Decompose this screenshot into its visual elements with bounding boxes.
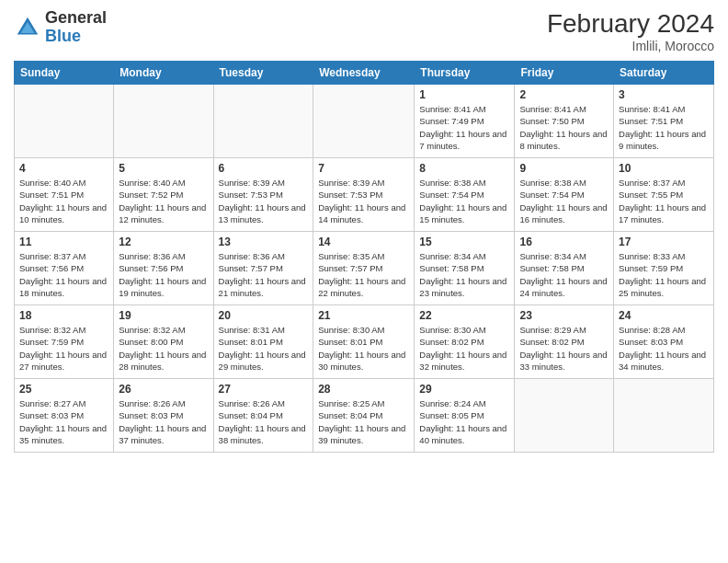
- col-header-thursday: Thursday: [415, 62, 515, 85]
- calendar-cell: [313, 85, 415, 158]
- day-info: Sunrise: 8:38 AM Sunset: 7:54 PM Dayligh…: [519, 177, 609, 225]
- calendar-cell: 2Sunrise: 8:41 AM Sunset: 7:50 PM Daylig…: [515, 85, 614, 158]
- day-info: Sunrise: 8:33 AM Sunset: 7:59 PM Dayligh…: [619, 250, 709, 299]
- calendar-cell: 18Sunrise: 8:32 AM Sunset: 7:59 PM Dayli…: [15, 305, 114, 379]
- day-info: Sunrise: 8:31 AM Sunset: 8:01 PM Dayligh…: [219, 324, 309, 373]
- calendar-cell: 1Sunrise: 8:41 AM Sunset: 7:49 PM Daylig…: [415, 85, 515, 158]
- calendar-cell: [213, 85, 313, 158]
- calendar-cell: 25Sunrise: 8:27 AM Sunset: 8:03 PM Dayli…: [15, 379, 114, 453]
- calendar-cell: 8Sunrise: 8:38 AM Sunset: 7:54 PM Daylig…: [415, 158, 515, 232]
- day-number: 28: [318, 383, 409, 396]
- day-number: 10: [619, 162, 709, 175]
- day-info: Sunrise: 8:36 AM Sunset: 7:56 PM Dayligh…: [119, 250, 208, 299]
- calendar-cell: 26Sunrise: 8:26 AM Sunset: 8:03 PM Dayli…: [114, 379, 213, 453]
- day-info: Sunrise: 8:41 AM Sunset: 7:50 PM Dayligh…: [519, 103, 609, 152]
- day-number: 29: [419, 383, 509, 396]
- logo-icon: [14, 14, 41, 41]
- page: General Blue February 2024 Imlili, Moroc…: [0, 0, 728, 563]
- col-header-friday: Friday: [515, 62, 614, 85]
- calendar-cell: 11Sunrise: 8:37 AM Sunset: 7:56 PM Dayli…: [15, 232, 114, 305]
- day-number: 7: [318, 162, 409, 175]
- day-number: 8: [419, 162, 509, 175]
- calendar-cell: [515, 379, 614, 453]
- calendar-cell: 12Sunrise: 8:36 AM Sunset: 7:56 PM Dayli…: [114, 232, 213, 305]
- calendar-cell: 14Sunrise: 8:35 AM Sunset: 7:57 PM Dayli…: [313, 232, 415, 305]
- calendar-header-row: SundayMondayTuesdayWednesdayThursdayFrid…: [15, 62, 714, 85]
- calendar-cell: 3Sunrise: 8:41 AM Sunset: 7:51 PM Daylig…: [614, 85, 714, 158]
- day-number: 9: [519, 162, 609, 175]
- calendar-cell: 19Sunrise: 8:32 AM Sunset: 8:00 PM Dayli…: [114, 305, 213, 379]
- week-row-3: 18Sunrise: 8:32 AM Sunset: 7:59 PM Dayli…: [15, 305, 714, 379]
- day-info: Sunrise: 8:27 AM Sunset: 8:03 PM Dayligh…: [19, 397, 108, 446]
- day-info: Sunrise: 8:37 AM Sunset: 7:55 PM Dayligh…: [619, 177, 709, 225]
- day-number: 19: [119, 309, 208, 322]
- calendar: SundayMondayTuesdayWednesdayThursdayFrid…: [14, 61, 714, 453]
- day-number: 15: [419, 236, 509, 248]
- day-info: Sunrise: 8:35 AM Sunset: 7:57 PM Dayligh…: [318, 250, 409, 299]
- calendar-cell: 5Sunrise: 8:40 AM Sunset: 7:52 PM Daylig…: [114, 158, 213, 232]
- day-number: 3: [619, 88, 709, 101]
- day-info: Sunrise: 8:36 AM Sunset: 7:57 PM Dayligh…: [219, 250, 309, 299]
- calendar-cell: [15, 85, 114, 158]
- calendar-cell: 7Sunrise: 8:39 AM Sunset: 7:53 PM Daylig…: [313, 158, 415, 232]
- calendar-cell: 21Sunrise: 8:30 AM Sunset: 8:01 PM Dayli…: [313, 305, 415, 379]
- day-info: Sunrise: 8:38 AM Sunset: 7:54 PM Dayligh…: [419, 177, 509, 225]
- day-info: Sunrise: 8:32 AM Sunset: 8:00 PM Dayligh…: [119, 324, 208, 373]
- day-number: 14: [318, 236, 409, 248]
- header: General Blue February 2024 Imlili, Moroc…: [14, 9, 714, 53]
- col-header-wednesday: Wednesday: [313, 62, 415, 85]
- col-header-saturday: Saturday: [614, 62, 714, 85]
- calendar-cell: 23Sunrise: 8:29 AM Sunset: 8:02 PM Dayli…: [515, 305, 614, 379]
- day-number: 11: [19, 236, 108, 248]
- week-row-2: 11Sunrise: 8:37 AM Sunset: 7:56 PM Dayli…: [15, 232, 714, 305]
- day-info: Sunrise: 8:40 AM Sunset: 7:52 PM Dayligh…: [119, 177, 208, 225]
- day-info: Sunrise: 8:24 AM Sunset: 8:05 PM Dayligh…: [419, 397, 509, 446]
- day-number: 4: [19, 162, 108, 175]
- day-info: Sunrise: 8:37 AM Sunset: 7:56 PM Dayligh…: [19, 250, 108, 299]
- day-number: 27: [219, 383, 309, 396]
- calendar-cell: [114, 85, 213, 158]
- day-number: 13: [219, 236, 309, 248]
- calendar-cell: 9Sunrise: 8:38 AM Sunset: 7:54 PM Daylig…: [515, 158, 614, 232]
- day-number: 21: [318, 309, 409, 322]
- logo-general: General: [45, 8, 107, 27]
- day-info: Sunrise: 8:25 AM Sunset: 8:04 PM Dayligh…: [318, 397, 409, 446]
- week-row-0: 1Sunrise: 8:41 AM Sunset: 7:49 PM Daylig…: [15, 85, 714, 158]
- location: Imlili, Morocco: [547, 39, 714, 53]
- title-block: February 2024 Imlili, Morocco: [547, 9, 714, 53]
- calendar-cell: 27Sunrise: 8:26 AM Sunset: 8:04 PM Dayli…: [213, 379, 313, 453]
- day-number: 20: [219, 309, 309, 322]
- day-number: 6: [219, 162, 309, 175]
- day-number: 24: [619, 309, 709, 322]
- day-number: 25: [19, 383, 108, 396]
- calendar-cell: 28Sunrise: 8:25 AM Sunset: 8:04 PM Dayli…: [313, 379, 415, 453]
- day-number: 17: [619, 236, 709, 248]
- calendar-cell: 29Sunrise: 8:24 AM Sunset: 8:05 PM Dayli…: [415, 379, 515, 453]
- calendar-cell: 15Sunrise: 8:34 AM Sunset: 7:58 PM Dayli…: [415, 232, 515, 305]
- calendar-cell: 10Sunrise: 8:37 AM Sunset: 7:55 PM Dayli…: [614, 158, 714, 232]
- day-number: 2: [519, 88, 609, 101]
- day-number: 26: [119, 383, 208, 396]
- day-info: Sunrise: 8:32 AM Sunset: 7:59 PM Dayligh…: [19, 324, 108, 373]
- calendar-cell: 17Sunrise: 8:33 AM Sunset: 7:59 PM Dayli…: [614, 232, 714, 305]
- day-number: 22: [419, 309, 509, 322]
- calendar-cell: 4Sunrise: 8:40 AM Sunset: 7:51 PM Daylig…: [15, 158, 114, 232]
- logo-blue: Blue: [45, 27, 81, 45]
- col-header-tuesday: Tuesday: [213, 62, 313, 85]
- week-row-1: 4Sunrise: 8:40 AM Sunset: 7:51 PM Daylig…: [15, 158, 714, 232]
- month-year: February 2024: [547, 9, 714, 39]
- day-info: Sunrise: 8:34 AM Sunset: 7:58 PM Dayligh…: [519, 250, 609, 299]
- calendar-cell: 20Sunrise: 8:31 AM Sunset: 8:01 PM Dayli…: [213, 305, 313, 379]
- day-info: Sunrise: 8:28 AM Sunset: 8:03 PM Dayligh…: [619, 324, 709, 373]
- day-info: Sunrise: 8:34 AM Sunset: 7:58 PM Dayligh…: [419, 250, 509, 299]
- day-number: 18: [19, 309, 108, 322]
- calendar-cell: 6Sunrise: 8:39 AM Sunset: 7:53 PM Daylig…: [213, 158, 313, 232]
- day-number: 16: [519, 236, 609, 248]
- day-number: 12: [119, 236, 208, 248]
- calendar-cell: 24Sunrise: 8:28 AM Sunset: 8:03 PM Dayli…: [614, 305, 714, 379]
- day-number: 1: [419, 88, 509, 101]
- day-info: Sunrise: 8:39 AM Sunset: 7:53 PM Dayligh…: [318, 177, 409, 225]
- col-header-sunday: Sunday: [15, 62, 114, 85]
- day-info: Sunrise: 8:41 AM Sunset: 7:49 PM Dayligh…: [419, 103, 509, 152]
- day-info: Sunrise: 8:26 AM Sunset: 8:04 PM Dayligh…: [219, 397, 309, 446]
